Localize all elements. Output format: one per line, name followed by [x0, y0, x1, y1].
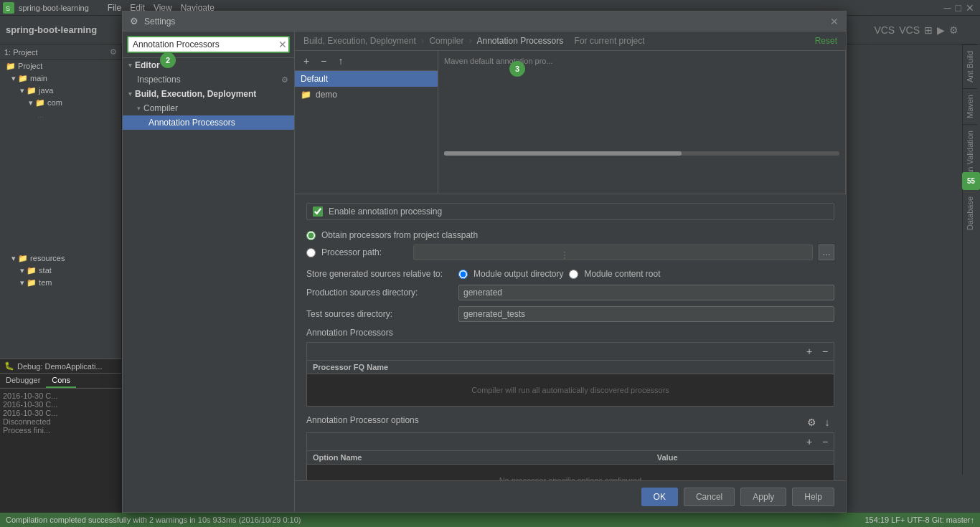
options-download-btn[interactable]: ↓	[820, 415, 834, 429]
resize-handle[interactable]	[562, 248, 567, 262]
maven-panel[interactable]: Maven	[963, 88, 977, 124]
debug-title: Debug: DemoApplicati...	[17, 362, 103, 371]
tree-stat[interactable]: ▾ 📁 stat	[0, 265, 121, 277]
maven-badge: 55	[962, 172, 980, 190]
panel-settings-icon[interactable]: ⚙	[110, 47, 117, 57]
breadcrumb-part1: Build, Execution, Deployment	[303, 36, 416, 46]
project-icon: 📁	[6, 62, 16, 70]
processor-path-input[interactable]	[413, 244, 813, 260]
tree-java[interactable]: ▾ 📁 java	[0, 85, 121, 97]
remove-profile-btn[interactable]: −	[316, 54, 331, 68]
enable-annotation-checkbox[interactable]	[313, 206, 323, 217]
close-ide-btn[interactable]: ✕	[966, 2, 974, 14]
annotation-options-toolbar: + −	[307, 433, 834, 451]
settings-area: Enable annotation processing Obtain proc…	[295, 194, 846, 480]
processor-path-radio[interactable]	[306, 248, 316, 257]
processor-path-label: Processor path:	[321, 247, 407, 257]
settings-dialog-icon: ⚙	[130, 16, 138, 27]
processor-path-browse[interactable]: …	[819, 244, 834, 260]
remove-processor-btn[interactable]: −	[818, 344, 832, 359]
add-processor-btn[interactable]: +	[802, 344, 816, 359]
settings-icon[interactable]: ⚙	[949, 24, 958, 36]
tree-resources[interactable]: ▾ 📁 resources	[0, 252, 121, 265]
annotation-processors-section-title: Annotation Processors	[306, 328, 834, 338]
value-header: Value	[651, 451, 834, 465]
test-sources-input[interactable]	[458, 306, 834, 322]
help-button[interactable]: Help	[792, 488, 834, 506]
run-icon[interactable]: ▶	[937, 24, 945, 36]
tree-com[interactable]: ▾ 📁 com	[0, 97, 121, 109]
source-radio-group: Obtain processors from project classpath…	[306, 230, 834, 260]
annotation-options-header: Annotation Processor options ⚙ ↓	[306, 415, 834, 429]
options-settings-btn[interactable]: ⚙	[804, 415, 819, 429]
nav-annotation-processors[interactable]: Annotation Processors	[123, 115, 294, 130]
nav-inspections[interactable]: Inspections ⚙	[123, 72, 294, 87]
nav-editor-label: Editor	[135, 60, 160, 70]
vcs-icon-1[interactable]: VCS	[874, 24, 895, 36]
obtain-processors-radio[interactable]	[306, 231, 316, 240]
processors-table: Processor FQ Name	[307, 361, 834, 374]
nav-search-input[interactable]	[127, 36, 290, 53]
project-label: spring-boot-learning	[6, 24, 97, 35]
dialog-main-content: Build, Execution, Deployment › Compiler …	[295, 32, 846, 512]
terminal-icon[interactable]: ⊞	[924, 24, 933, 36]
cancel-button[interactable]: Cancel	[684, 488, 735, 506]
panel-title-label: 1: Project	[4, 48, 37, 57]
nav-build-label: Build, Execution, Deployment	[135, 89, 256, 99]
production-sources-label: Production sources directory:	[306, 288, 450, 298]
tab-debugger[interactable]: Debugger	[0, 374, 46, 388]
breadcrumb-current: Annotation Processors	[476, 36, 563, 46]
resize-dot-3	[564, 257, 565, 259]
annotation-processors-toolbar: + −	[307, 343, 834, 361]
build-arrow: ▾	[128, 90, 132, 98]
vcs-icon-2[interactable]: VCS	[899, 24, 920, 36]
resize-dot-2	[564, 255, 565, 256]
nav-compiler[interactable]: ▾ Compiler	[123, 101, 294, 115]
dialog-close-btn[interactable]: ✕	[830, 16, 839, 27]
ok-button[interactable]: OK	[641, 488, 678, 506]
option-name-header: Option Name	[307, 451, 651, 465]
options-empty-text: No processor-specific options configured	[307, 465, 834, 480]
database-panel[interactable]: Database	[963, 191, 977, 236]
store-generated-row: Store generated sources relative to: Mod…	[306, 269, 834, 279]
obtain-processors-label: Obtain processors from project classpath	[321, 230, 478, 240]
tree-main[interactable]: ▾ 📁 main	[0, 72, 121, 85]
debug-header: 🐛 Debug: DemoApplicati...	[0, 359, 121, 374]
badge-checkbox: 3	[509, 61, 525, 77]
profile-demo[interactable]: 📁 demo	[295, 87, 438, 103]
add-option-btn[interactable]: +	[802, 435, 816, 449]
add-profile-btn[interactable]: +	[299, 54, 314, 68]
tab-console[interactable]: Cons	[46, 374, 76, 388]
search-clear-btn[interactable]: ✕	[278, 39, 287, 50]
dialog-titlebar: ⚙ Settings ✕	[123, 11, 846, 32]
profile-default-label: Default	[301, 74, 328, 84]
debug-icon: 🐛	[4, 361, 14, 371]
production-sources-input[interactable]	[458, 285, 834, 300]
production-sources-row: Production sources directory:	[306, 285, 834, 300]
app-icon: S	[3, 2, 14, 14]
module-output-radio[interactable]	[458, 270, 468, 279]
apply-button[interactable]: Apply	[740, 488, 786, 506]
remove-option-btn[interactable]: −	[818, 435, 832, 449]
nav-build[interactable]: ▾ Build, Execution, Deployment	[123, 87, 294, 101]
maximize-btn[interactable]: □	[956, 2, 961, 14]
inspections-label: Inspections	[137, 75, 181, 85]
test-sources-label: Test sources directory:	[306, 309, 450, 319]
annotation-processors-label: Annotation Processors	[306, 328, 393, 338]
profile-default[interactable]: Default	[295, 71, 438, 87]
h-scrollbar[interactable]	[444, 151, 839, 156]
module-content-radio[interactable]	[569, 270, 578, 279]
tree-tem[interactable]: ▾ 📁 tem	[0, 277, 121, 289]
nav-editor[interactable]: ▾ Editor	[123, 58, 294, 72]
minimize-btn[interactable]: ─	[944, 2, 951, 14]
profiles-toolbar: + − ↑	[295, 51, 438, 71]
panel-title: 1: Project ⚙	[0, 44, 121, 60]
store-generated-options: Module output directory Module content r…	[458, 269, 834, 279]
annotation-options-label: Annotation Processor options	[306, 415, 419, 425]
breadcrumb-project: For current project	[575, 36, 645, 46]
copy-profile-btn[interactable]: ↑	[334, 54, 348, 68]
tree-project[interactable]: 📁 Project	[0, 60, 121, 72]
content-header: Build, Execution, Deployment › Compiler …	[295, 32, 846, 51]
reset-btn[interactable]: Reset	[815, 36, 837, 46]
ant-build-panel[interactable]: Ant Build	[963, 44, 977, 88]
